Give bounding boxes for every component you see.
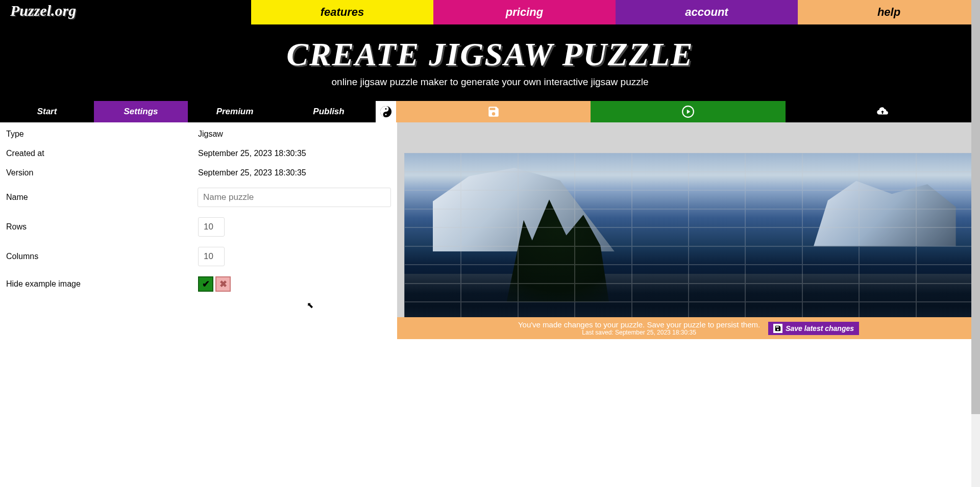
tab-publish[interactable]: Publish bbox=[282, 101, 376, 122]
hide-example-no[interactable]: ✖ bbox=[215, 276, 231, 292]
hide-example-label: Hide example image bbox=[6, 279, 198, 289]
save-latest-label: Save latest changes bbox=[786, 324, 854, 332]
type-value: Jigsaw bbox=[198, 130, 223, 139]
nav-features[interactable]: features bbox=[251, 0, 433, 24]
rows-label: Rows bbox=[6, 222, 198, 232]
page-subtitle: online jigsaw puzzle maker to generate y… bbox=[0, 76, 980, 88]
hide-example-yes[interactable]: ✔ bbox=[198, 276, 213, 292]
name-label: Name bbox=[6, 193, 198, 202]
tab-premium[interactable]: Premium bbox=[188, 101, 282, 122]
rows-input[interactable] bbox=[198, 217, 225, 237]
hero: CREATE JIGSAW PUZZLE online jigsaw puzzl… bbox=[0, 24, 980, 101]
columns-label: Columns bbox=[6, 252, 198, 261]
puzzle-preview-image bbox=[404, 153, 973, 339]
logo[interactable]: Puzzel.org bbox=[0, 0, 251, 24]
cloud-upload-icon bbox=[876, 105, 889, 118]
save-button[interactable] bbox=[396, 101, 591, 122]
version-value: September 25, 2023 18:30:35 bbox=[198, 168, 306, 177]
svg-point-1 bbox=[385, 108, 387, 110]
play-button[interactable] bbox=[591, 101, 785, 122]
settings-panel: Type Jigsaw Created at September 25, 202… bbox=[0, 122, 397, 339]
svg-point-2 bbox=[385, 114, 387, 115]
last-saved-text: Last saved: September 25, 2023 18:30:35 bbox=[518, 329, 760, 336]
nav-pricing[interactable]: pricing bbox=[433, 0, 616, 24]
created-label: Created at bbox=[6, 149, 198, 158]
tab-start[interactable]: Start bbox=[0, 101, 94, 122]
play-icon bbox=[681, 105, 695, 118]
yin-yang-icon[interactable] bbox=[376, 101, 396, 122]
scrollbar[interactable] bbox=[971, 0, 980, 339]
nav-help[interactable]: help bbox=[798, 0, 980, 24]
type-label: Type bbox=[6, 130, 198, 139]
save-latest-button[interactable]: Save latest changes bbox=[768, 322, 859, 335]
tab-settings[interactable]: Settings bbox=[94, 101, 188, 122]
unsaved-message: You've made changes to your puzzle. Save… bbox=[518, 320, 760, 329]
version-label: Version bbox=[6, 168, 198, 177]
save-icon bbox=[487, 105, 500, 118]
page-title: CREATE JIGSAW PUZZLE bbox=[0, 36, 980, 73]
unsaved-changes-bar: You've made changes to your puzzle. Save… bbox=[397, 317, 980, 339]
columns-input[interactable] bbox=[198, 247, 225, 266]
nav-account[interactable]: account bbox=[616, 0, 798, 24]
cloud-button[interactable] bbox=[786, 101, 980, 122]
preview-panel: You've made changes to your puzzle. Save… bbox=[397, 122, 980, 339]
save-icon bbox=[773, 324, 782, 333]
name-input[interactable] bbox=[198, 188, 391, 207]
created-value: September 25, 2023 18:30:35 bbox=[198, 149, 306, 158]
